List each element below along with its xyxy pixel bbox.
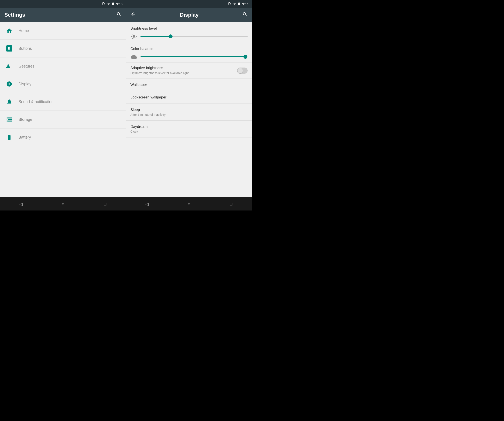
back-icon[interactable] bbox=[130, 12, 136, 19]
right-status-bar: 9:14 bbox=[126, 0, 252, 8]
settings-item-display[interactable]: Display bbox=[0, 75, 126, 93]
left-status-bar: 9:13 bbox=[0, 0, 126, 8]
right-battery-icon bbox=[237, 2, 241, 6]
adaptive-title: Adaptive brightness bbox=[130, 66, 234, 70]
settings-list: Home B Buttons Gestures bbox=[0, 22, 126, 197]
settings-item-storage[interactable]: Storage bbox=[0, 111, 126, 129]
lockscreen-title: Lockscreen wallpaper bbox=[130, 95, 248, 99]
lockscreen-wallpaper-item[interactable]: Lockscreen wallpaper bbox=[126, 91, 252, 104]
home-icon bbox=[4, 26, 14, 35]
wallpaper-item[interactable]: Wallpaper bbox=[126, 79, 252, 91]
right-panel: 9:14 Display Brightness level bbox=[126, 0, 252, 210]
left-back-btn[interactable]: ◁ bbox=[14, 199, 28, 208]
sound-icon bbox=[4, 97, 14, 106]
daydream-title: Daydream bbox=[130, 124, 248, 129]
right-status-icons: 9:14 bbox=[228, 2, 248, 6]
battery-settings-icon bbox=[4, 132, 14, 142]
display-settings-list: Brightness level Color balance bbox=[126, 22, 252, 197]
color-balance-slider-row[interactable] bbox=[130, 53, 248, 60]
toggle-thumb bbox=[238, 68, 243, 73]
status-icons: 9:13 bbox=[102, 2, 122, 6]
left-search-icon[interactable] bbox=[116, 12, 122, 18]
left-app-title: Settings bbox=[4, 12, 25, 18]
right-app-title: Display bbox=[180, 12, 198, 18]
svg-point-0 bbox=[7, 64, 9, 66]
storage-label: Storage bbox=[18, 117, 32, 122]
sleep-item[interactable]: Sleep After 1 minute of inactivity bbox=[126, 104, 252, 121]
vibrate-icon bbox=[102, 2, 105, 6]
sound-label: Sound & notification bbox=[18, 99, 54, 104]
display-label: Display bbox=[18, 82, 31, 86]
left-panel: 9:13 Settings Home B bbox=[0, 0, 126, 210]
display-icon bbox=[4, 79, 14, 89]
right-app-bar: Display bbox=[126, 8, 252, 22]
home-label: Home bbox=[18, 29, 29, 33]
adaptive-brightness-row[interactable]: Adaptive brightness Optimize brightness … bbox=[126, 63, 252, 79]
settings-item-sound[interactable]: Sound & notification bbox=[0, 93, 126, 111]
storage-icon bbox=[4, 115, 14, 124]
battery-label: Battery bbox=[18, 135, 31, 140]
right-vibrate-icon bbox=[228, 2, 231, 6]
right-nav-bar: ◁ ○ □ bbox=[126, 197, 252, 210]
settings-item-home[interactable]: Home bbox=[0, 22, 126, 40]
left-app-bar: Settings bbox=[0, 8, 126, 22]
color-balance-section: Color balance bbox=[126, 42, 252, 63]
signal-icon bbox=[107, 2, 110, 6]
left-nav-bar: ◁ ○ □ bbox=[0, 197, 126, 210]
brightness-title: Brightness level bbox=[130, 26, 248, 31]
adaptive-toggle[interactable] bbox=[237, 68, 248, 74]
color-balance-icon bbox=[130, 53, 138, 60]
buttons-icon: B bbox=[4, 44, 14, 53]
brightness-section: Brightness level bbox=[126, 22, 252, 42]
wallpaper-title: Wallpaper bbox=[130, 83, 248, 87]
gestures-icon bbox=[4, 61, 14, 71]
brightness-slider-row[interactable] bbox=[130, 33, 248, 40]
daydream-item[interactable]: Daydream Clock bbox=[126, 121, 252, 137]
gestures-label: Gestures bbox=[18, 64, 35, 69]
settings-item-gestures[interactable]: Gestures bbox=[0, 58, 126, 75]
settings-item-buttons[interactable]: B Buttons bbox=[0, 40, 126, 58]
color-balance-title: Color balance bbox=[130, 47, 248, 51]
left-home-btn[interactable]: ○ bbox=[56, 199, 70, 208]
right-recent-btn[interactable]: □ bbox=[224, 199, 238, 208]
right-home-btn[interactable]: ○ bbox=[182, 199, 196, 208]
right-search-icon[interactable] bbox=[242, 12, 248, 18]
battery-icon bbox=[111, 2, 115, 6]
right-time: 9:14 bbox=[242, 2, 248, 6]
adaptive-text: Adaptive brightness Optimize brightness … bbox=[130, 66, 234, 76]
brightness-slider-icon bbox=[130, 33, 138, 40]
buttons-label: Buttons bbox=[18, 46, 32, 51]
daydream-subtitle: Clock bbox=[130, 130, 248, 133]
right-signal-icon bbox=[233, 2, 236, 6]
brightness-slider[interactable] bbox=[140, 36, 248, 37]
settings-item-battery[interactable]: Battery bbox=[0, 129, 126, 146]
left-time: 9:13 bbox=[116, 2, 122, 6]
sleep-title: Sleep bbox=[130, 108, 248, 112]
right-back-btn[interactable]: ◁ bbox=[140, 199, 154, 208]
sleep-subtitle: After 1 minute of inactivity bbox=[130, 113, 248, 117]
color-balance-slider[interactable] bbox=[140, 56, 248, 57]
left-recent-btn[interactable]: □ bbox=[98, 199, 112, 208]
adaptive-subtitle: Optimize brightness level for available … bbox=[130, 71, 234, 76]
